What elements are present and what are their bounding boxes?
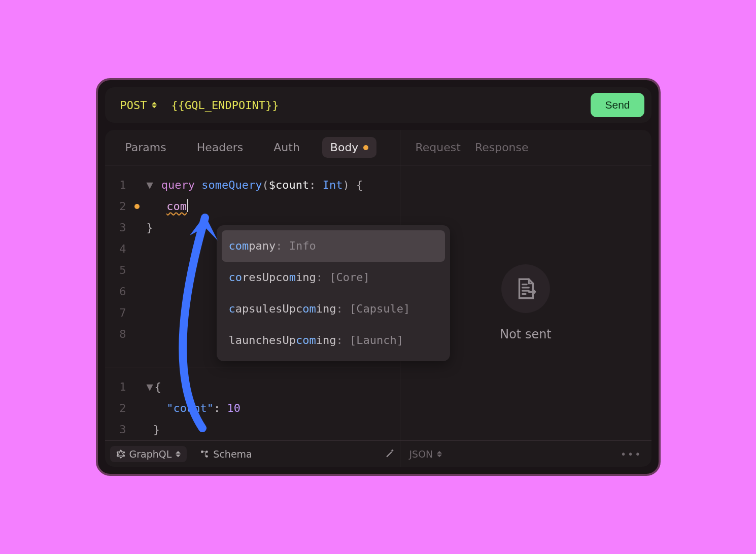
line-number: 7: [105, 302, 126, 324]
line-number: 6: [105, 281, 126, 302]
document-send-icon: [501, 264, 550, 313]
code-content[interactable]: ▼ query someQuery($count: Int) { com } c…: [144, 175, 400, 345]
fold-down-icon[interactable]: ▼: [147, 175, 155, 196]
url-input[interactable]: {{GQL_ENDPOINT}}: [171, 99, 591, 112]
variable: $count: [269, 179, 309, 191]
partial-field: com: [166, 200, 187, 213]
json-key: "count": [166, 402, 214, 414]
autocomplete-item[interactable]: company: Info: [222, 230, 445, 262]
text-cursor: [187, 199, 188, 212]
schema-button[interactable]: Schema: [194, 446, 258, 462]
caret-sort-icon: [176, 450, 181, 458]
right-footer: JSON •••: [400, 440, 651, 467]
mid-text: resUpco: [242, 271, 289, 284]
keyword: query: [161, 179, 195, 191]
language-label: GraphQL: [129, 448, 172, 460]
tab-auth[interactable]: Auth: [265, 137, 308, 158]
line-gutter: 1 2 3: [105, 376, 130, 440]
variables-content[interactable]: ▼{ "count": 10 }: [144, 376, 400, 440]
line-number: 1: [105, 376, 126, 398]
tab-params[interactable]: Params: [117, 137, 175, 158]
autocomplete-item[interactable]: capsulesUpcoming: [Capsule]: [222, 293, 445, 325]
tab-body-label: Body: [330, 141, 359, 154]
send-button[interactable]: Send: [591, 93, 644, 117]
match-text: com: [229, 239, 249, 252]
colon: :: [309, 179, 323, 191]
type-sig: : [Launch]: [336, 334, 403, 347]
line-number: 2: [105, 398, 126, 419]
autocomplete-item[interactable]: launchesUpcoming: [Launch]: [222, 325, 445, 356]
line-number: 4: [105, 238, 126, 260]
line-number: 3: [105, 419, 126, 440]
match-text: om: [302, 302, 316, 315]
json-number: 10: [227, 402, 240, 414]
mid-text: apsulesUpc: [235, 302, 302, 315]
paren: (: [262, 179, 268, 191]
warning-dot-icon: [134, 204, 140, 209]
caret-sort-icon: [437, 450, 442, 458]
brace: {: [356, 179, 363, 191]
tab-request[interactable]: Request: [416, 141, 461, 154]
http-method-select[interactable]: POST: [120, 99, 157, 112]
fold-down-icon[interactable]: ▼: [147, 376, 155, 398]
autocomplete-item[interactable]: coresUpcoming: [Core]: [222, 262, 445, 293]
match-text: com: [296, 334, 316, 347]
rest-text: ing: [316, 302, 336, 315]
rest-text: ing: [316, 334, 336, 347]
http-method-label: POST: [120, 99, 147, 112]
tab-response[interactable]: Response: [475, 141, 529, 154]
svg-point-7: [206, 451, 209, 453]
line-number: 3: [105, 217, 126, 238]
right-tabs: Request Response: [400, 130, 651, 165]
brace: }: [147, 221, 153, 234]
format-label: JSON: [409, 448, 433, 460]
match-text: m: [289, 271, 296, 284]
status-text: Not sent: [500, 327, 552, 341]
svg-rect-6: [201, 451, 204, 453]
schema-icon: [200, 449, 209, 459]
content-area: Params Headers Auth Body 1 2 3 4 5 6: [105, 130, 651, 467]
query-editor[interactable]: 1 2 3 4 5 6 7 8 ▼ que: [105, 165, 400, 440]
mid-text: launchesUp: [229, 334, 296, 347]
type: Int: [323, 179, 343, 191]
left-pane: Params Headers Auth Body 1 2 3 4 5 6: [105, 130, 400, 467]
brace: {: [155, 380, 161, 393]
line-number: 2: [105, 196, 126, 217]
more-menu-icon[interactable]: •••: [621, 448, 642, 460]
line-number: 1: [105, 175, 126, 196]
paren: ): [342, 179, 349, 191]
tab-body[interactable]: Body: [322, 137, 377, 158]
match-text: c: [229, 302, 235, 315]
match-text: co: [229, 271, 243, 284]
caret-sort-icon: [152, 101, 157, 109]
type-sig: : [Capsule]: [336, 302, 410, 315]
line-number: 8: [105, 324, 126, 345]
line-number: 5: [105, 260, 126, 281]
modified-dot-icon: [363, 145, 368, 150]
autocomplete-popup: company: Info coresUpcoming: [Core] caps…: [217, 225, 450, 361]
magic-wand-icon[interactable]: [385, 448, 395, 460]
query-code: 1 2 3 4 5 6 7 8 ▼ que: [105, 165, 400, 345]
query-name: someQuery: [201, 179, 262, 191]
request-bar: POST {{GQL_ENDPOINT}} Send: [105, 87, 651, 123]
line-gutter: 1 2 3 4 5 6 7 8: [105, 175, 130, 345]
app-window: POST {{GQL_ENDPOINT}} Send Params Header…: [96, 78, 661, 476]
type-sig: : Info: [276, 239, 316, 252]
colon: :: [214, 402, 227, 414]
type-sig: : [Core]: [316, 271, 370, 284]
tab-headers[interactable]: Headers: [189, 137, 252, 158]
variables-editor[interactable]: 1 2 3 ▼{ "count": 10 }: [105, 367, 400, 440]
rest-text: pany: [249, 239, 276, 252]
format-select[interactable]: JSON: [409, 448, 442, 460]
brace: }: [153, 423, 160, 436]
left-footer: GraphQL Schema: [105, 440, 400, 467]
graphql-icon: [116, 449, 125, 459]
svg-point-8: [206, 455, 209, 458]
language-select[interactable]: GraphQL: [110, 446, 187, 462]
schema-label: Schema: [213, 448, 252, 460]
rest-text: ing: [296, 271, 316, 284]
marker-gutter: [130, 175, 144, 345]
left-tabs: Params Headers Auth Body: [105, 130, 400, 165]
